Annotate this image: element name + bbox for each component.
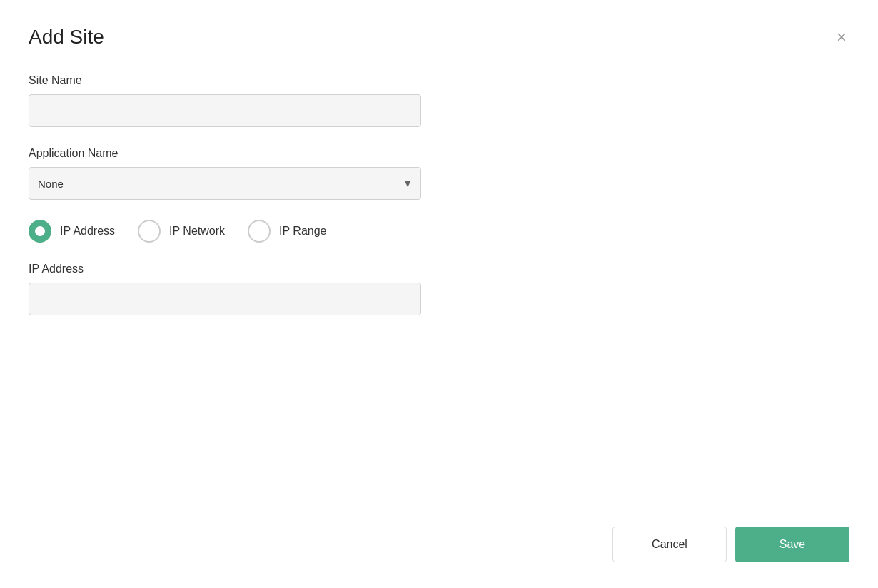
dialog-footer: Cancel Save xyxy=(612,527,849,562)
dialog-header: Add Site × xyxy=(29,26,849,49)
radio-option-ip-network[interactable]: IP Network xyxy=(138,220,225,243)
radio-ip-address-label: IP Address xyxy=(60,225,115,238)
ip-type-radio-group: IP Address IP Network IP Range xyxy=(29,220,849,243)
ip-address-field-group: IP Address xyxy=(29,263,849,315)
radio-ip-range-indicator xyxy=(248,220,271,243)
ip-address-field-label: IP Address xyxy=(29,263,849,275)
radio-ip-range-label: IP Range xyxy=(279,225,326,238)
radio-option-ip-address[interactable]: IP Address xyxy=(29,220,115,243)
site-name-group: Site Name xyxy=(29,74,849,127)
site-name-input[interactable] xyxy=(29,94,421,127)
add-site-dialog: Add Site × Site Name Application Name No… xyxy=(0,0,878,588)
save-button[interactable]: Save xyxy=(735,527,849,562)
dialog-title: Add Site xyxy=(29,26,104,49)
application-name-group: Application Name None ▼ xyxy=(29,147,849,200)
application-name-select[interactable]: None xyxy=(29,167,421,200)
radio-ip-address-indicator xyxy=(29,220,51,243)
ip-address-input[interactable] xyxy=(29,283,421,315)
radio-ip-network-indicator xyxy=(138,220,161,243)
radio-option-ip-range[interactable]: IP Range xyxy=(248,220,326,243)
application-name-label: Application Name xyxy=(29,147,849,160)
application-name-select-wrapper: None ▼ xyxy=(29,167,421,200)
site-name-label: Site Name xyxy=(29,74,849,87)
cancel-button[interactable]: Cancel xyxy=(612,527,727,562)
radio-ip-network-label: IP Network xyxy=(169,225,225,238)
close-button[interactable]: × xyxy=(834,26,849,49)
close-icon: × xyxy=(837,29,847,46)
